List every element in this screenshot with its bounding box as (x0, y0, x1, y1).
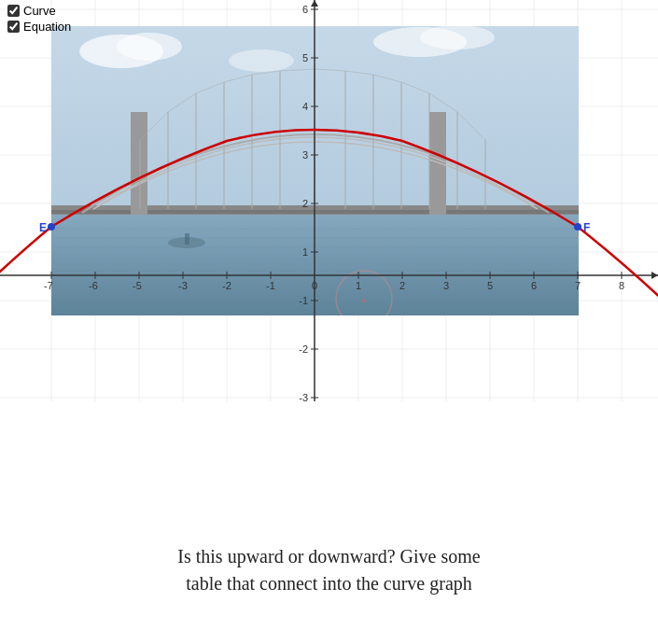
svg-text:4: 4 (302, 101, 308, 112)
equation-checkbox-item[interactable]: Equation (7, 20, 71, 34)
curve-checkbox-item[interactable]: Curve (7, 4, 71, 18)
point-f-dot (574, 223, 581, 231)
svg-text:5: 5 (302, 52, 308, 63)
question-text: Is this upward or downward? Give some ta… (0, 543, 658, 597)
svg-rect-28 (131, 112, 147, 215)
question-line2: table that connect into the curve graph (186, 573, 472, 594)
svg-text:6: 6 (302, 4, 308, 15)
svg-marker-73 (651, 272, 658, 279)
svg-text:-2: -2 (222, 280, 231, 291)
svg-text:●: ● (361, 296, 366, 305)
svg-point-65 (420, 25, 495, 49)
svg-point-66 (229, 49, 294, 72)
equation-label: Equation (23, 20, 71, 34)
curve-checkbox[interactable] (7, 5, 20, 17)
svg-text:1: 1 (302, 246, 308, 258)
curve-label: Curve (23, 4, 56, 18)
svg-text:-3: -3 (178, 280, 188, 291)
svg-text:6: 6 (531, 280, 537, 291)
svg-rect-68 (185, 233, 189, 245)
svg-text:-3: -3 (299, 392, 308, 401)
svg-text:7: 7 (575, 280, 581, 291)
svg-marker-74 (311, 0, 318, 7)
legend-checkboxes: Curve Equation (7, 4, 71, 34)
svg-rect-29 (429, 112, 446, 215)
graph-svg: ● -7 -6 -5 -3 -2 -1 0 1 2 3 5 6 7 (0, 0, 658, 401)
svg-text:-6: -6 (89, 280, 98, 291)
svg-text:1: 1 (356, 280, 361, 291)
equation-checkbox[interactable] (7, 21, 20, 33)
svg-text:2: 2 (399, 280, 405, 291)
svg-text:5: 5 (487, 280, 493, 291)
svg-text:-2: -2 (299, 343, 308, 355)
point-f-label: F (583, 221, 590, 234)
svg-text:0: 0 (312, 280, 317, 291)
svg-text:-1: -1 (266, 280, 275, 291)
svg-text:3: 3 (302, 149, 308, 161)
svg-text:-7: -7 (44, 280, 53, 291)
question-line1: Is this upward or downward? Give some (177, 546, 480, 567)
svg-text:3: 3 (443, 280, 449, 291)
svg-text:-5: -5 (133, 280, 142, 291)
svg-point-63 (117, 33, 182, 61)
point-e-label: E (39, 221, 47, 234)
svg-text:-1: -1 (299, 295, 308, 306)
point-e-dot (48, 223, 55, 231)
svg-text:2: 2 (302, 198, 308, 209)
svg-text:8: 8 (619, 280, 624, 291)
